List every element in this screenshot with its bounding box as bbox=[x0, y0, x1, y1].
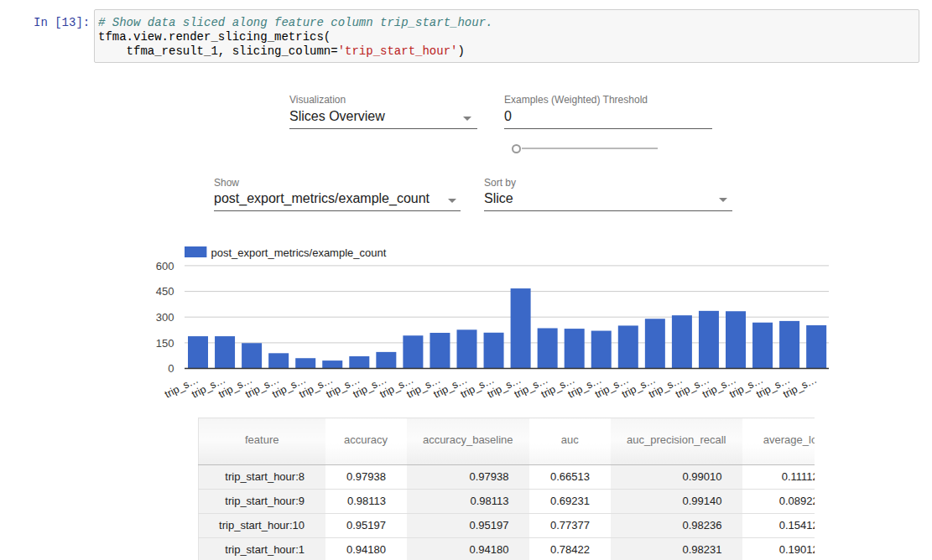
svg-text:post_export_metrics/example_co: post_export_metrics/example_count bbox=[211, 246, 387, 259]
svg-text:0: 0 bbox=[168, 362, 174, 375]
svg-text:300: 300 bbox=[156, 311, 174, 324]
svg-text:450: 450 bbox=[156, 285, 174, 298]
svg-text:600: 600 bbox=[156, 260, 174, 272]
svg-text:150: 150 bbox=[156, 337, 174, 350]
